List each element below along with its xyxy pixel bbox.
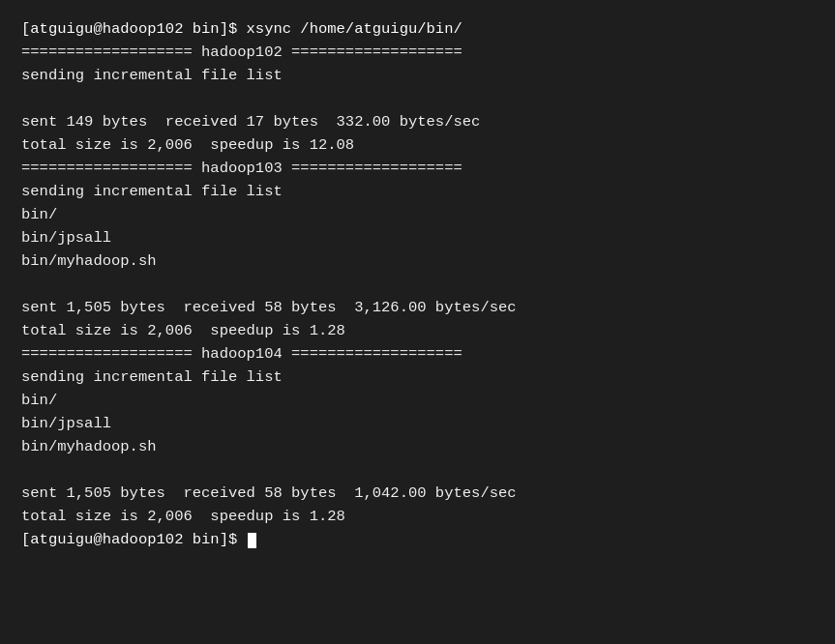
terminal-line: sending incremental file list	[21, 180, 814, 203]
terminal-line: =================== hadoop102 ==========…	[21, 41, 814, 64]
terminal-line: total size is 2,006 speedup is 1.28	[21, 319, 814, 342]
terminal-line: bin/jpsall	[21, 412, 814, 435]
terminal-line	[21, 273, 814, 296]
terminal-line	[21, 458, 814, 482]
terminal-line: sent 1,505 bytes received 58 bytes 1,042…	[21, 482, 814, 505]
terminal-line: bin/jpsall	[21, 226, 814, 249]
terminal-line: sent 1,505 bytes received 58 bytes 3,126…	[21, 296, 814, 319]
terminal-line: sending incremental file list	[21, 64, 814, 87]
terminal-line: bin/	[21, 389, 814, 412]
terminal-window: [atguigu@hadoop102 bin]$ xsync /home/atg…	[0, 0, 835, 644]
terminal-line: =================== hadoop103 ==========…	[21, 157, 814, 180]
terminal-line	[21, 87, 814, 110]
terminal-line: total size is 2,006 speedup is 12.08	[21, 133, 814, 157]
terminal-cursor	[248, 533, 256, 548]
terminal-line: [atguigu@hadoop102 bin]$	[21, 528, 814, 551]
terminal-line: sent 149 bytes received 17 bytes 332.00 …	[21, 110, 814, 133]
terminal-line: sending incremental file list	[21, 366, 814, 389]
terminal-line: bin/	[21, 203, 814, 226]
terminal-line: bin/myhadoop.sh	[21, 249, 814, 273]
terminal-line: =================== hadoop104 ==========…	[21, 342, 814, 366]
terminal-line: [atguigu@hadoop102 bin]$ xsync /home/atg…	[21, 17, 814, 41]
terminal-line: total size is 2,006 speedup is 1.28	[21, 505, 814, 528]
terminal-line: bin/myhadoop.sh	[21, 435, 814, 458]
